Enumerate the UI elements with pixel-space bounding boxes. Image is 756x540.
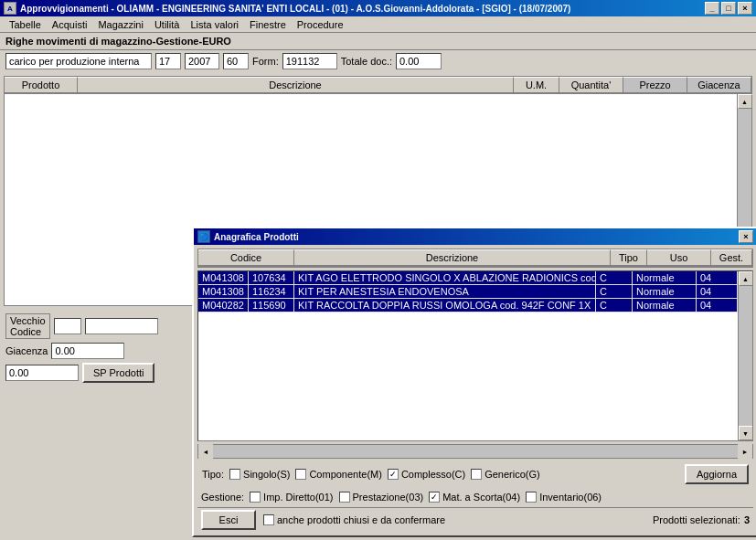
maximize-button[interactable]: □ (721, 2, 736, 15)
complesso-checkbox[interactable] (388, 469, 399, 480)
menu-tabelle[interactable]: Tabelle (4, 18, 47, 31)
scroll-up-arrow[interactable]: ▲ (738, 94, 752, 109)
hleft-arrow[interactable]: ◄ (198, 444, 213, 459)
dlg-scroll-down[interactable]: ▼ (739, 426, 753, 440)
dialog-row-0[interactable]: M041308 107634 KIT AGO ELETTRODO SINGOLO… (198, 271, 738, 285)
prodotti-selezionati-value: 3 (744, 514, 750, 525)
componente-option: Componente(M) (295, 469, 381, 480)
anagrafica-dialog: 🔵 Anagrafica Prodotti × Codice Descrizio… (192, 227, 756, 537)
num1-input[interactable] (155, 53, 181, 69)
sp-prodotti-button[interactable]: SP Prodotti (82, 363, 154, 383)
generico-option: Generico(G) (471, 469, 540, 480)
vecchio-codice-input1[interactable] (54, 318, 81, 334)
dlg-scroll-track[interactable] (739, 286, 752, 426)
componente-checkbox[interactable] (295, 469, 306, 480)
mat-scorta-option: Mat. a Scorta(04) (429, 492, 520, 503)
dialog-grid-scrollbar[interactable]: ▲ ▼ (738, 271, 752, 440)
row0-codice2: 107634 (249, 271, 294, 284)
dialog-row-1[interactable]: M041308 116234 KIT PER ANESTESIA ENDOVEN… (198, 285, 738, 299)
giacenza-row: Giacenza 0.00 (5, 343, 188, 359)
vecchio-label: Vecchio Codice (5, 313, 50, 339)
imp-diretto-checkbox[interactable] (250, 492, 261, 503)
row0-gest: 04 (697, 271, 738, 284)
row1-uso: Normale (633, 285, 697, 298)
menu-procedure[interactable]: Procedure (292, 18, 349, 31)
menu-finestre[interactable]: Finestre (244, 18, 292, 31)
dialog-title: Anagrafica Prodotti (214, 232, 299, 242)
row0-desc: KIT AGO ELETTRODO SINGOLO X ABLAZIONE RA… (294, 271, 596, 284)
menu-lista-valori[interactable]: Lista valori (185, 18, 244, 31)
dialog-content: Codice Descrizione Tipo Uso Gest. M04130… (194, 245, 756, 535)
row2-uso: Normale (633, 299, 697, 312)
vecchio-codice-row: Vecchio Codice (5, 313, 188, 339)
totale-label: Totale doc.: (341, 56, 392, 67)
left-panel: Vecchio Codice Giacenza 0.00 0.00 SP Pro… (5, 313, 188, 383)
row0-codice1: M041308 (198, 271, 249, 284)
row1-tipo: C (596, 285, 633, 298)
dialog-grid-body-container: M041308 107634 KIT AGO ELETTRODO SINGOLO… (197, 270, 753, 441)
dialog-title-area: 🔵 Anagrafica Prodotti (197, 230, 299, 243)
form-value-input[interactable] (282, 53, 337, 69)
col-giacenza: Giacenza (687, 77, 751, 93)
form-row: Form: Totale doc.: (0, 50, 756, 72)
main-titlebar: A Approvvigionamenti - OLIAMM - ENGINEER… (0, 0, 756, 16)
main-window-title: Approvvigionamenti - OLIAMM - ENGINEERIN… (20, 4, 570, 14)
h-scroll-track[interactable] (213, 445, 738, 458)
menu-magazzini[interactable]: Magazzini (92, 18, 149, 31)
main-window-controls: _ □ × (705, 2, 752, 15)
main-window-icon: A (4, 2, 16, 15)
num3-input[interactable] (223, 53, 249, 69)
mat-scorta-checkbox[interactable] (429, 492, 440, 503)
dialog-grid-body[interactable]: M041308 107634 KIT AGO ELETTRODO SINGOLO… (198, 271, 738, 440)
row2-codice1: M040282 (198, 299, 249, 312)
prodotti-selezionati-area: Prodotti selezionati: 3 (653, 514, 750, 525)
gestione-section: Gestione: Imp. Diretto(01) Prestazione(0… (197, 490, 753, 504)
inventario-option: Inventario(06) (526, 492, 602, 503)
dlg-col-tipo: Tipo (611, 249, 647, 266)
dialog-bottom-row: Esci anche prodotti chiusi e da conferma… (197, 507, 753, 532)
minimize-button[interactable]: _ (705, 2, 719, 15)
imp-diretto-option: Imp. Diretto(01) (250, 492, 333, 503)
dlg-col-codice: Codice (198, 249, 294, 266)
aggiorna-area: Aggiorna (685, 464, 749, 484)
complesso-option: Complesso(C) (388, 469, 465, 480)
singolo-checkbox[interactable] (229, 469, 240, 480)
mat-scorta-label: Mat. a Scorta(04) (442, 492, 520, 503)
dialog-close-button[interactable]: × (739, 230, 753, 243)
giacenza-num: 0.00 (5, 365, 79, 381)
tipo-input[interactable] (5, 53, 152, 69)
vecchio-codice-input2[interactable] (85, 318, 158, 334)
prestazione-checkbox[interactable] (339, 492, 350, 503)
anche-chiusi-label: anche prodotti chiusi e da confermare (277, 514, 445, 525)
hright-arrow[interactable]: ► (738, 444, 752, 459)
row1-codice1: M041308 (198, 285, 249, 298)
menu-utilita[interactable]: Utilità (149, 18, 186, 31)
generico-checkbox[interactable] (471, 469, 482, 480)
dialog-controls: × (739, 230, 753, 243)
close-button[interactable]: × (738, 2, 752, 15)
main-title-area: A Approvvigionamenti - OLIAMM - ENGINEER… (4, 2, 570, 15)
dialog-icon: 🔵 (197, 230, 210, 243)
anche-chiusi-option: anche prodotti chiusi e da confermare (263, 514, 445, 525)
section-header: Righe movimenti di magazzino-Gestione-EU… (0, 33, 756, 50)
empty-rows (198, 312, 738, 386)
tipo-label: Tipo: (202, 469, 224, 480)
dlg-scroll-up[interactable]: ▲ (739, 271, 753, 286)
totale-value-input[interactable] (396, 53, 442, 69)
row1-gest: 04 (697, 285, 738, 298)
num2-input[interactable] (185, 53, 219, 69)
col-prezzo: Prezzo (623, 77, 687, 93)
h-scrollbar[interactable]: ◄ ► (197, 444, 753, 459)
dialog-grid-header: Codice Descrizione Tipo Uso Gest. (197, 249, 753, 268)
giacenza-value-row: 0.00 SP Prodotti (5, 363, 188, 383)
inventario-checkbox[interactable] (526, 492, 537, 503)
aggiorna-button[interactable]: Aggiorna (685, 464, 749, 484)
dialog-row-2[interactable]: M040282 115690 KIT RACCOLTA DOPPIA RUSSI… (198, 299, 738, 312)
col-quantita: Quantita' (559, 77, 623, 93)
menu-acquisti[interactable]: Acquisti (47, 18, 93, 31)
complesso-label: Complesso(C) (401, 469, 465, 480)
anche-chiusi-checkbox[interactable] (263, 514, 274, 525)
col-prodotto: Prodotto (5, 77, 78, 93)
esci-button[interactable]: Esci (201, 510, 256, 530)
prodotti-selezionati-label: Prodotti selezionati: (653, 514, 740, 525)
